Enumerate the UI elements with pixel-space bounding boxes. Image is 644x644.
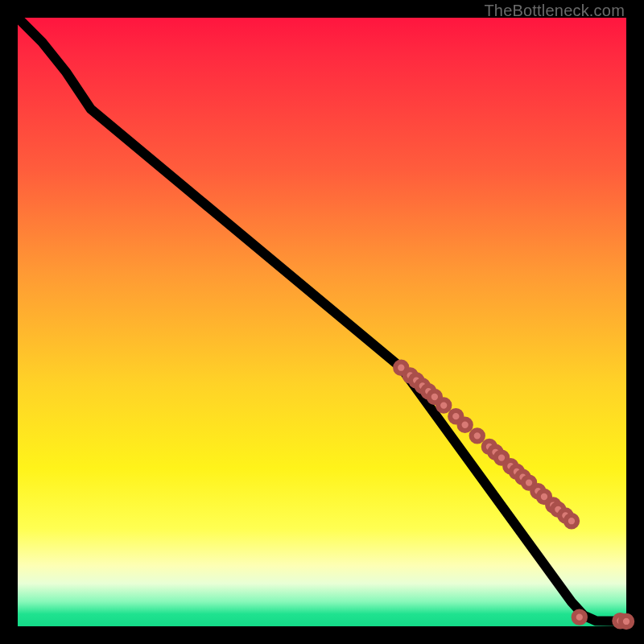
bottleneck-curve <box>18 18 626 621</box>
data-point <box>621 616 632 627</box>
data-markers <box>395 362 632 628</box>
chart-overlay <box>18 18 626 626</box>
data-point <box>459 419 470 431</box>
data-point <box>438 399 449 411</box>
data-point <box>574 611 585 622</box>
chart-frame: TheBottleneck.com <box>0 0 644 644</box>
data-point <box>566 515 577 526</box>
data-point <box>472 430 483 441</box>
attribution-text: TheBottleneck.com <box>484 2 625 20</box>
